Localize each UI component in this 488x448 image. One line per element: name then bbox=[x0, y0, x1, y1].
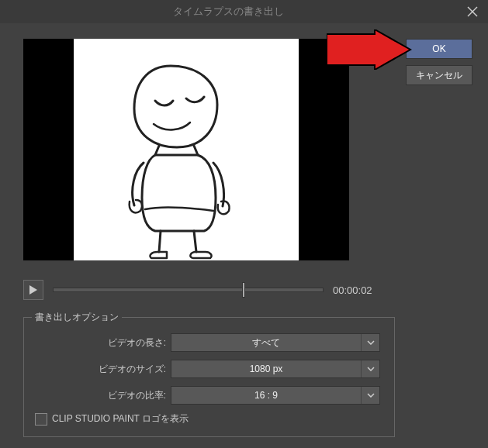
seek-slider[interactable] bbox=[53, 284, 324, 295]
seek-handle[interactable] bbox=[242, 282, 245, 298]
video-length-label: ビデオの長さ: bbox=[35, 336, 171, 350]
cancel-button[interactable]: キャンセル bbox=[406, 65, 472, 85]
preview-canvas bbox=[74, 39, 299, 260]
video-ratio-value: 16 : 9 bbox=[171, 390, 361, 401]
video-length-value: すべて bbox=[171, 336, 361, 350]
video-size-select[interactable]: 1080 px bbox=[171, 360, 380, 378]
show-logo-label: CLIP STUDIO PAINT ロゴを表示 bbox=[52, 412, 189, 426]
dialog-buttons: OK キャンセル bbox=[406, 39, 472, 85]
ok-button[interactable]: OK bbox=[406, 39, 472, 59]
close-button[interactable] bbox=[457, 0, 488, 23]
chevron-down-icon bbox=[361, 334, 379, 351]
video-ratio-select[interactable]: 16 : 9 bbox=[171, 386, 380, 405]
video-size-label: ビデオのサイズ: bbox=[35, 363, 171, 376]
video-ratio-label: ビデオの比率: bbox=[35, 389, 171, 402]
cancel-button-label: キャンセル bbox=[416, 69, 462, 82]
chevron-down-icon bbox=[361, 360, 379, 377]
group-legend: 書き出しオプション bbox=[32, 311, 122, 324]
export-options-group: 書き出しオプション ビデオの長さ: すべて ビデオのサイズ: 1080 px ビ… bbox=[23, 317, 395, 437]
close-icon bbox=[467, 6, 478, 17]
ok-button-label: OK bbox=[432, 43, 445, 54]
preview-frame bbox=[23, 39, 349, 260]
video-length-select[interactable]: すべて bbox=[171, 333, 380, 352]
character-sketch bbox=[74, 39, 299, 260]
chevron-down-icon bbox=[361, 387, 379, 404]
timecode: 00:00:02 bbox=[333, 284, 395, 296]
play-icon bbox=[29, 285, 37, 295]
transport-bar: 00:00:02 bbox=[23, 280, 395, 300]
titlebar: タイムラプスの書き出し bbox=[0, 0, 488, 23]
play-button[interactable] bbox=[23, 280, 43, 300]
dialog-title: タイムラプスの書き出し bbox=[0, 5, 457, 19]
video-size-value: 1080 px bbox=[171, 364, 361, 374]
seek-track bbox=[53, 288, 324, 292]
show-logo-checkbox[interactable] bbox=[35, 413, 47, 426]
svg-marker-2 bbox=[29, 285, 37, 295]
